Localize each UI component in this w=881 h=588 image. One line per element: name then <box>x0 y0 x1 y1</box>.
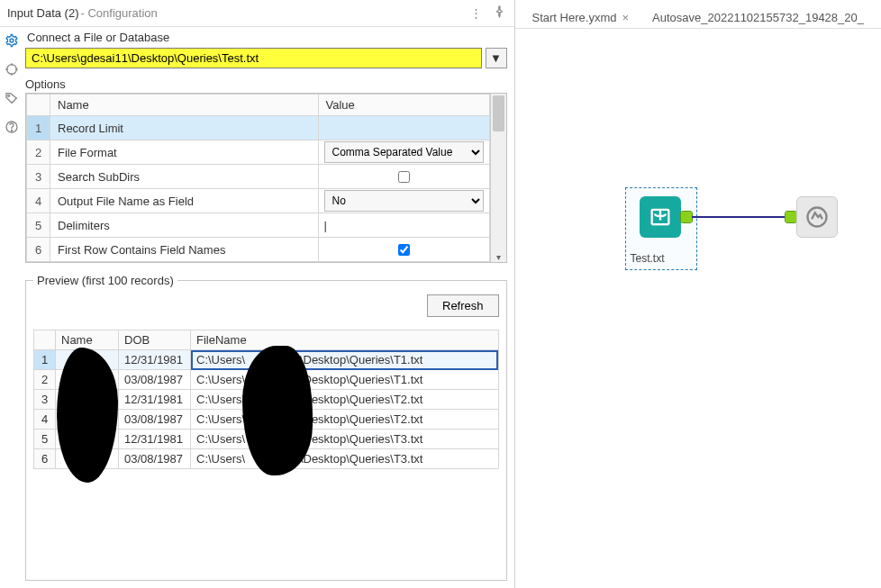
workflow-pane: Start Here.yxmd × Autosave_2022110215573… <box>515 0 881 588</box>
preview-row-idx[interactable]: 1 <box>34 350 56 370</box>
options-row-value[interactable] <box>318 165 489 189</box>
config-panel: Input Data (2) - Configuration ⋮ <box>0 0 515 588</box>
options-row-name[interactable]: Record Limit <box>50 116 319 140</box>
svg-point-4 <box>11 130 12 131</box>
workflow-tabs: Start Here.yxmd × Autosave_2022110215573… <box>515 0 881 29</box>
preview-cell-dob[interactable]: 03/08/1987 <box>119 370 191 390</box>
chevron-down-icon: ▼ <box>490 51 502 65</box>
options-row-idx[interactable]: 5 <box>27 213 50 238</box>
tab-start-here[interactable]: Start Here.yxmd × <box>522 5 640 28</box>
options-row-idx[interactable]: 4 <box>27 189 50 213</box>
file-path-input[interactable] <box>25 48 482 68</box>
preview-header-dob[interactable]: DOB <box>119 330 191 350</box>
tab-autosave[interactable]: Autosave_20221102155732_19428_20_ <box>642 5 874 28</box>
file-format-select: Comma Separated Value <box>324 141 484 163</box>
pin-icon[interactable] <box>493 5 507 21</box>
preview-cell-dob[interactable]: 03/08/1987 <box>119 410 191 430</box>
options-row-idx[interactable]: 1 <box>27 116 50 140</box>
preview-cell-dob[interactable]: 12/31/1981 <box>119 430 191 449</box>
preview-section: Preview (first 100 records) Refresh Name… <box>25 274 507 581</box>
panel-header: Input Data (2) - Configuration ⋮ <box>0 0 514 27</box>
preview-cell-file[interactable]: C:\Users\XXXXXXX\Desktop\Queries\T3.txt <box>191 449 499 469</box>
first-row-fieldnames-checkbox <box>398 244 410 256</box>
close-icon[interactable]: × <box>622 11 629 24</box>
options-corner <box>27 95 50 116</box>
tab-label: Start Here.yxmd <box>532 11 617 24</box>
options-row-value[interactable]: Comma Separated Value <box>318 140 489 165</box>
options-header-value: Value <box>318 95 489 116</box>
node-label: Test.txt <box>631 252 665 265</box>
workflow-canvas[interactable]: Test.txt <box>515 29 881 588</box>
options-label: Options <box>25 77 507 91</box>
side-tab-bar <box>0 27 23 588</box>
preview-row-idx[interactable]: 6 <box>34 449 56 469</box>
file-path-dropdown-button[interactable]: ▼ <box>486 48 507 68</box>
preview-header-file[interactable]: FileName <box>191 330 499 350</box>
options-grid[interactable]: Name Value 1 Record Limit 2 File Format <box>26 94 490 262</box>
options-row-value[interactable]: No <box>318 189 489 213</box>
preview-header-name[interactable]: Name <box>56 330 119 350</box>
connection-wire[interactable] <box>692 216 786 218</box>
options-row-value[interactable]: | <box>318 213 489 238</box>
preview-cell-file[interactable]: C:\Users\XXXXXXX\Desktop\Queries\T2.txt <box>191 390 499 410</box>
output-anchor[interactable] <box>681 212 692 222</box>
preview-legend: Preview (first 100 records) <box>33 274 177 287</box>
options-row-idx[interactable]: 2 <box>27 140 50 165</box>
options-row-name[interactable]: File Format <box>50 140 319 165</box>
preview-cell-dob[interactable]: 12/31/1981 <box>119 350 191 370</box>
preview-cell-file[interactable]: C:\Users\XXXXXXX\Desktop\Queries\T2.txt <box>191 410 499 430</box>
help-icon[interactable] <box>4 119 20 135</box>
panel-subtitle: - Configuration <box>81 6 158 20</box>
preview-row-idx[interactable]: 3 <box>34 390 56 410</box>
preview-row-idx[interactable]: 5 <box>34 430 56 449</box>
preview-cell-dob[interactable]: 12/31/1981 <box>119 390 191 410</box>
svg-point-1 <box>7 65 17 75</box>
preview-cell-file[interactable]: C:\Users\XXXXXXX\Desktop\Queries\T1.txt <box>191 370 499 390</box>
vertical-dots-icon[interactable]: ⋮ <box>469 6 484 20</box>
options-header-name: Name <box>50 95 319 116</box>
preview-cell-file[interactable]: C:\Users\XXXXXXX\Desktop\Queries\T1.txt <box>191 350 499 370</box>
options-row-value[interactable] <box>318 116 489 140</box>
scroll-thumb[interactable] <box>493 95 504 131</box>
search-subdirs-checkbox <box>398 171 410 183</box>
browse-tool-icon[interactable] <box>796 196 838 238</box>
redaction-mark <box>242 346 313 475</box>
options-row-idx[interactable]: 3 <box>27 165 50 189</box>
preview-corner <box>34 330 56 350</box>
options-row-idx[interactable]: 6 <box>27 238 50 262</box>
svg-point-2 <box>8 95 10 96</box>
tag-icon[interactable] <box>4 90 20 106</box>
scroll-down-icon[interactable]: ▾ <box>491 252 506 262</box>
gear-icon[interactable] <box>4 32 20 49</box>
preview-row-idx[interactable]: 4 <box>34 410 56 430</box>
options-row-name[interactable]: Delimiters <box>50 213 319 238</box>
options-scrollbar[interactable]: ▴ ▾ <box>490 94 506 262</box>
target-icon[interactable] <box>4 61 20 77</box>
connect-label: Connect a File or Database <box>27 31 507 44</box>
refresh-button[interactable]: Refresh <box>427 294 499 317</box>
preview-cell-dob[interactable]: 03/08/1987 <box>119 449 191 469</box>
preview-row-idx[interactable]: 2 <box>34 370 56 390</box>
output-filename-select: No <box>324 190 484 212</box>
preview-cell-file[interactable]: C:\Users\XXXXXXX\Desktop\Queries\T3.txt <box>191 430 499 449</box>
options-row-name[interactable]: Output File Name as Field <box>50 189 319 213</box>
input-anchor[interactable] <box>786 212 796 222</box>
tab-label: Autosave_20221102155732_19428_20_ <box>652 11 864 24</box>
options-row-value[interactable] <box>318 238 489 262</box>
options-row-name[interactable]: First Row Contains Field Names <box>50 238 319 262</box>
panel-title: Input Data (2) <box>7 6 79 20</box>
input-data-tool-icon[interactable] <box>640 196 681 238</box>
options-row-name[interactable]: Search SubDirs <box>50 165 319 189</box>
svg-point-0 <box>10 39 14 42</box>
